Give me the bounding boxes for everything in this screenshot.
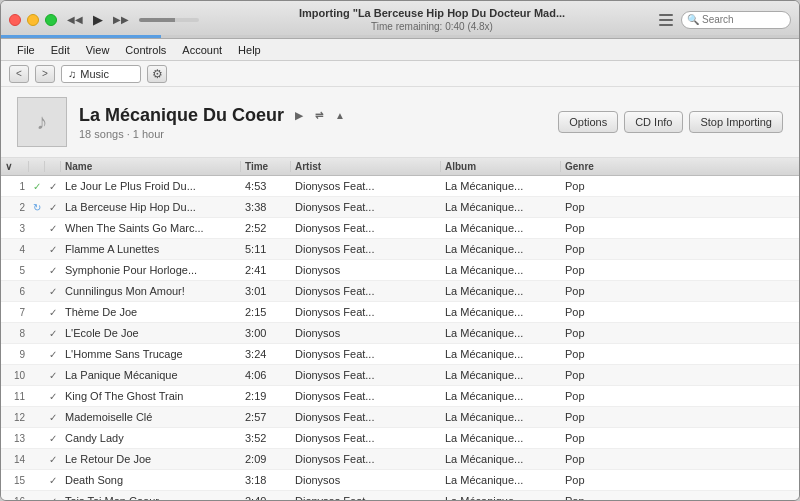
gear-button[interactable]: ⚙: [147, 65, 167, 83]
table-row[interactable]: 12 ✓ Mademoiselle Clé 2:57 Dionysos Feat…: [1, 407, 799, 428]
track-check[interactable]: ✓: [45, 181, 61, 192]
track-artist: Dionysos Feat...: [291, 243, 441, 255]
track-genre: Pop: [561, 474, 621, 486]
track-artist: Dionysos Feat...: [291, 180, 441, 192]
track-check[interactable]: ✓: [45, 370, 61, 381]
forward-button-nav[interactable]: >: [35, 65, 55, 83]
album-title-text: La Mécanique Du Coeur: [79, 105, 284, 126]
track-album: La Mécanique...: [441, 453, 561, 465]
back-button[interactable]: <: [9, 65, 29, 83]
track-number: 3: [1, 223, 29, 234]
forward-button[interactable]: ▶▶: [111, 12, 131, 27]
track-time: 2:40: [241, 495, 291, 500]
table-row[interactable]: 13 ✓ Candy Lady 3:52 Dionysos Feat... La…: [1, 428, 799, 449]
table-row[interactable]: 14 ✓ Le Retour De Joe 2:09 Dionysos Feat…: [1, 449, 799, 470]
col-album[interactable]: Album: [441, 161, 561, 172]
track-genre: Pop: [561, 432, 621, 444]
track-check[interactable]: ✓: [45, 202, 61, 213]
main-window: ◀◀ ▶ ▶▶ Importing "La Berceuse Hip Hop D…: [0, 0, 800, 501]
table-row[interactable]: 16 ✓ Tais Toi Mon Coeur 2:40 Dionysos Fe…: [1, 491, 799, 500]
track-check[interactable]: ✓: [45, 265, 61, 276]
play-button[interactable]: ▶: [91, 10, 105, 29]
checkmark-icon: ✓: [49, 391, 57, 402]
track-album: La Mécanique...: [441, 348, 561, 360]
track-check[interactable]: ✓: [45, 307, 61, 318]
col-time[interactable]: Time: [241, 161, 291, 172]
toolbar: < > ♫ Music ⚙: [1, 61, 799, 87]
menu-account[interactable]: Account: [174, 42, 230, 58]
done-icon: ✓: [33, 181, 41, 192]
table-row[interactable]: 7 ✓ Thème De Joe 2:15 Dionysos Feat... L…: [1, 302, 799, 323]
titlebar: ◀◀ ▶ ▶▶ Importing "La Berceuse Hip Hop D…: [1, 1, 799, 39]
table-row[interactable]: 8 ✓ L'Ecole De Joe 3:00 Dionysos La Méca…: [1, 323, 799, 344]
track-check[interactable]: ✓: [45, 412, 61, 423]
track-number: 12: [1, 412, 29, 423]
checkmark-icon: ✓: [49, 244, 57, 255]
col-artist[interactable]: Artist: [291, 161, 441, 172]
checkmark-icon: ✓: [49, 454, 57, 465]
menu-controls[interactable]: Controls: [117, 42, 174, 58]
menu-view[interactable]: View: [78, 42, 118, 58]
shuffle-button[interactable]: ⇌: [312, 109, 326, 122]
track-check[interactable]: ✓: [45, 433, 61, 444]
minimize-button[interactable]: [27, 14, 39, 26]
list-view-button[interactable]: [657, 12, 675, 28]
track-check[interactable]: ✓: [45, 349, 61, 360]
checkmark-icon: ✓: [49, 286, 57, 297]
track-album: La Mécanique...: [441, 264, 561, 276]
track-check[interactable]: ✓: [45, 496, 61, 501]
album-meta: 18 songs · 1 hour: [79, 128, 546, 140]
table-row[interactable]: 4 ✓ Flamme A Lunettes 5:11 Dionysos Feat…: [1, 239, 799, 260]
track-album: La Mécanique...: [441, 390, 561, 402]
volume-slider[interactable]: [139, 18, 199, 22]
track-check[interactable]: ✓: [45, 454, 61, 465]
track-check[interactable]: ✓: [45, 223, 61, 234]
track-check[interactable]: ✓: [45, 475, 61, 486]
maximize-button[interactable]: [45, 14, 57, 26]
table-row[interactable]: 11 ✓ King Of The Ghost Train 2:19 Dionys…: [1, 386, 799, 407]
table-row[interactable]: 2 ↻ ✓ La Berceuse Hip Hop Du... 3:38 Dio…: [1, 197, 799, 218]
stop-importing-button[interactable]: Stop Importing: [689, 111, 783, 133]
track-artist: Dionysos Feat...: [291, 411, 441, 423]
menu-file[interactable]: File: [9, 42, 43, 58]
checkmark-icon: ✓: [49, 370, 57, 381]
importing-icon: ↻: [33, 202, 41, 213]
track-time: 3:18: [241, 474, 291, 486]
col-genre[interactable]: Genre: [561, 161, 621, 172]
table-row[interactable]: 6 ✓ Cunnilingus Mon Amour! 3:01 Dionysos…: [1, 281, 799, 302]
track-list[interactable]: ∨ Name Time Artist Album Genre 1 ✓ ✓ Le …: [1, 158, 799, 500]
track-artist: Dionysos Feat...: [291, 348, 441, 360]
col-name[interactable]: Name: [61, 161, 241, 172]
rewind-button[interactable]: ◀◀: [65, 12, 85, 27]
track-check[interactable]: ✓: [45, 286, 61, 297]
track-number: 4: [1, 244, 29, 255]
track-genre: Pop: [561, 495, 621, 500]
upload-button[interactable]: ▲: [332, 109, 348, 122]
track-number: 2: [1, 202, 29, 213]
table-row[interactable]: 9 ✓ L'Homme Sans Trucage 3:24 Dionysos F…: [1, 344, 799, 365]
track-number: 14: [1, 454, 29, 465]
close-button[interactable]: [9, 14, 21, 26]
cd-info-button[interactable]: CD Info: [624, 111, 683, 133]
track-name: Le Retour De Joe: [61, 453, 241, 465]
menu-help[interactable]: Help: [230, 42, 269, 58]
track-rows: 1 ✓ ✓ Le Jour Le Plus Froid Du... 4:53 D…: [1, 176, 799, 500]
track-genre: Pop: [561, 348, 621, 360]
menu-edit[interactable]: Edit: [43, 42, 78, 58]
breadcrumb-label: Music: [80, 68, 109, 80]
track-genre: Pop: [561, 306, 621, 318]
play-album-button[interactable]: ▶: [292, 109, 306, 122]
track-check[interactable]: ✓: [45, 328, 61, 339]
track-album: La Mécanique...: [441, 201, 561, 213]
track-check[interactable]: ✓: [45, 244, 61, 255]
table-row[interactable]: 5 ✓ Symphonie Pour Horloge... 2:41 Diony…: [1, 260, 799, 281]
table-row[interactable]: 15 ✓ Death Song 3:18 Dionysos La Mécaniq…: [1, 470, 799, 491]
table-row[interactable]: 1 ✓ ✓ Le Jour Le Plus Froid Du... 4:53 D…: [1, 176, 799, 197]
music-note-icon: ♫: [68, 68, 76, 80]
checkmark-icon: ✓: [49, 265, 57, 276]
table-row[interactable]: 10 ✓ La Panique Mécanique 4:06 Dionysos …: [1, 365, 799, 386]
options-button[interactable]: Options: [558, 111, 618, 133]
table-row[interactable]: 3 ✓ When The Saints Go Marc... 2:52 Dion…: [1, 218, 799, 239]
search-input[interactable]: [681, 11, 791, 29]
track-check[interactable]: ✓: [45, 391, 61, 402]
